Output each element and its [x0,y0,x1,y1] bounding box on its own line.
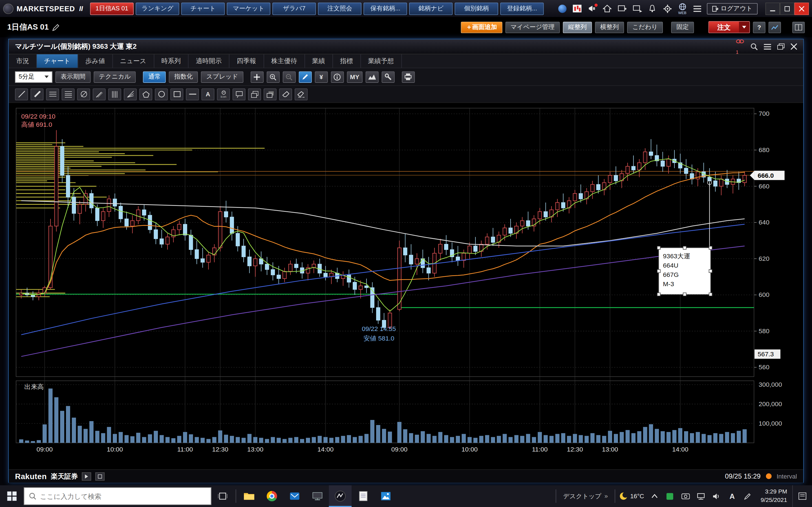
ellipse-tool-icon[interactable] [155,88,168,100]
bell-icon[interactable] [647,3,658,14]
action-center-button[interactable] [792,485,812,507]
tray-ethernet-icon[interactable] [693,485,709,507]
minimize-button[interactable] [765,2,780,15]
crosshair-add-button[interactable] [251,71,264,82]
settings-gear-icon[interactable] [662,3,673,14]
order-button[interactable]: 注文 [709,21,750,33]
indexed-mode-button[interactable]: 指数化 [169,71,198,82]
footer-panel-button[interactable] [95,472,105,480]
vertical-align-button[interactable]: 縦整列 [563,21,592,33]
multitool-title-bar[interactable]: マルチツール(個別銘柄) 9363 大運 東2 1 [9,40,803,54]
app-tab-stock-navi[interactable]: 銘柄ナビ [409,2,453,15]
taskbar-chrome-icon[interactable] [260,485,283,507]
hline-tool-icon[interactable] [186,88,199,100]
pin-button[interactable]: 固定 [671,21,694,33]
clear-all-tool-icon[interactable] [295,88,308,100]
app-tab-order-inquiry[interactable]: 注文照会 [318,2,361,15]
menu-icon[interactable] [692,3,703,14]
app-tab-holdings[interactable]: 保有銘柄... [364,2,407,15]
restore-window-icon[interactable] [777,43,784,50]
tab-time-series[interactable]: 時系列 [154,54,189,68]
taskbar-clock[interactable]: 3:29 PM 9/25/2021 [755,488,792,504]
draw-pencil-button[interactable] [299,71,312,82]
task-view-button[interactable] [211,485,234,507]
taskbar-remote-icon[interactable] [306,485,329,507]
mini-chart-icon[interactable] [571,3,583,14]
window-menu-icon[interactable] [764,44,771,49]
tab-news[interactable]: ニュース [113,54,154,68]
area-chart-button[interactable] [365,71,378,82]
link-icon[interactable]: 1 [736,38,744,55]
weather-widget[interactable]: 16°C [617,485,647,507]
tab-earnings-forecast[interactable]: 業績予想 [361,54,402,68]
order-dropdown[interactable] [739,22,749,33]
tray-camera-icon[interactable] [678,485,693,507]
my-settings-button[interactable]: MY [347,71,362,82]
technical-button[interactable]: テクニカル [94,71,136,82]
interval-status-icon[interactable] [766,473,771,479]
zoom-out-button[interactable] [283,71,296,82]
chart-link-button[interactable] [769,21,781,33]
hlines4-tool-icon[interactable] [62,88,75,100]
app-tab-market[interactable]: マーケット [227,2,270,15]
taskbar-photos-icon[interactable] [374,485,397,507]
pentagon-tool-icon[interactable] [139,88,152,100]
icon-stamp-tool[interactable]: icon [217,88,230,100]
app-tab-individual[interactable]: 個別銘柄 [455,2,498,15]
cast-icon[interactable] [631,3,643,14]
taskbar-search[interactable] [24,487,211,505]
mypage-manage-button[interactable]: マイページ管理 [505,21,560,33]
period-select[interactable]: 5分足 [15,71,52,82]
gann-tool-icon[interactable] [77,88,90,100]
normal-mode-button[interactable]: 通常 [143,71,166,82]
taskbar-notepad-icon[interactable] [352,485,374,507]
home-icon[interactable] [602,3,613,14]
info-button[interactable] [331,71,344,82]
tray-green-app-icon[interactable] [662,485,678,507]
close-window-icon[interactable] [791,43,797,50]
hlines3-tool-icon[interactable] [46,88,59,100]
tab-earnings[interactable]: 業績 [305,54,333,68]
horizontal-align-button[interactable]: 横整列 [595,21,624,33]
text-tool-button[interactable]: A [201,88,214,100]
app-tab-registered[interactable]: 登録銘柄... [500,2,544,15]
fan-tool-icon[interactable] [124,88,137,100]
zoom-in-button[interactable] [267,71,280,82]
taskbar-explorer-icon[interactable] [238,485,260,507]
vlines-tool-icon[interactable] [108,88,121,100]
marker-tool-icon[interactable] [31,88,43,100]
maximize-button[interactable] [780,2,794,15]
add-window-icon[interactable] [617,3,628,14]
layout-button[interactable] [792,21,805,33]
close-button[interactable] [795,2,809,15]
market-orb-icon[interactable] [557,3,568,14]
add-screen-button[interactable]: ＋画面追加 [461,21,502,33]
rectangle-tool-icon[interactable] [170,88,183,100]
web-globe-icon[interactable]: WEB [677,3,688,14]
app-tab-ichinichi-as[interactable]: 1日信AS 01 [90,2,134,15]
start-button[interactable] [0,485,24,507]
tab-indicators[interactable]: 指標 [333,54,361,68]
app-tab-ranking[interactable]: ランキング [136,2,179,15]
edit-pencil-icon[interactable] [52,24,60,31]
search-icon[interactable] [750,43,758,50]
spread-mode-button[interactable]: スプレッド [201,71,243,82]
ime-mode-indicator[interactable]: A [724,485,740,507]
tab-shareholder-benefits[interactable]: 株主優待 [264,54,305,68]
yen-button[interactable]: ¥ [315,71,327,82]
footer-play-button[interactable] [82,472,91,480]
paste-tool-icon[interactable] [264,88,276,100]
app-tab-chart[interactable]: チャート [181,2,225,15]
tray-pen-icon[interactable] [740,485,755,507]
copy-tool-icon[interactable] [248,88,261,100]
search-input[interactable] [40,492,206,500]
logout-button[interactable]: ログアウト [707,3,758,14]
app-tab-zaraba7[interactable]: ザラバ7 [272,2,316,15]
taskbar-mail-icon[interactable] [283,485,306,507]
callout-annotation[interactable]: 9363大運664U667GM-3 [657,180,712,296]
price-chart-canvas[interactable]: 560580600620640660680700100,000200,00030… [9,103,803,469]
announce-icon[interactable] [587,3,598,14]
tab-shikiho[interactable]: 四季報 [230,54,264,68]
tray-volume-icon[interactable] [709,485,724,507]
desktop-toolbar[interactable]: デスクトップ » [558,485,613,507]
